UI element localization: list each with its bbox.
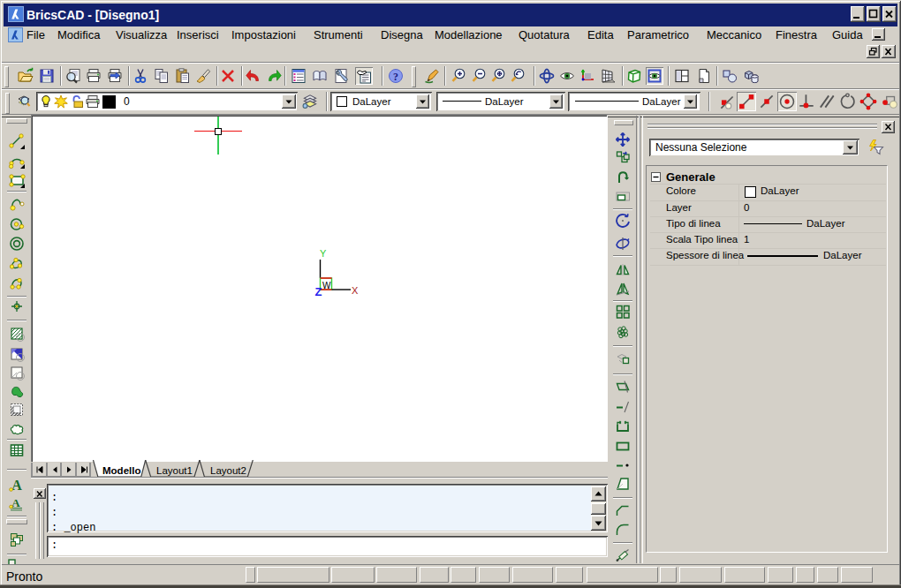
svg-text:A: A: [11, 496, 20, 509]
svg-text:Y: Y: [320, 248, 327, 259]
svg-text:X: X: [352, 285, 359, 296]
svg-text:W: W: [322, 281, 331, 290]
svg-text:Modello: Modello: [102, 465, 140, 476]
svg-text:A: A: [11, 478, 22, 493]
svg-text:Layout2: Layout2: [210, 465, 246, 476]
svg-text:Z: Z: [315, 285, 322, 298]
svg-text:Layout1: Layout1: [156, 465, 193, 476]
svg-text:?: ?: [393, 71, 398, 83]
